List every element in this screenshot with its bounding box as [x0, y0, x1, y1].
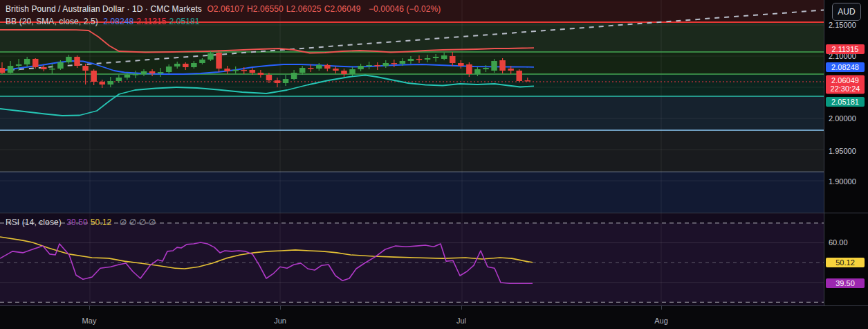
- month-label-jun: Jun: [274, 317, 286, 325]
- symbol-title: British Pound / Australian Dollar · 1D ·…: [6, 4, 202, 14]
- ohlc-o: O2.06107: [207, 4, 244, 14]
- price-scale[interactable]: AUD 2.150002.100002.000001.950001.900002…: [824, 0, 868, 305]
- axis-tick: [280, 306, 281, 310]
- countdown-timer: 22:30:24: [829, 85, 861, 94]
- bb-label: BB (20, SMA, close, 2.5): [6, 17, 98, 26]
- axis-divider: [0, 305, 868, 306]
- rsi-value-0: 39.50: [66, 217, 88, 227]
- bb-value-2: 2.05181: [169, 17, 200, 26]
- rsi-label: RSI (14, close): [6, 217, 62, 227]
- ohlc-l: L2.06025: [286, 4, 322, 14]
- bb-values: 2.082482.113152.05181: [103, 17, 202, 26]
- axis-tick: [89, 306, 90, 310]
- ohlc-c: C2.06049: [324, 4, 361, 14]
- price-badge: 2.08248: [826, 62, 865, 72]
- month-label-may: May: [82, 317, 97, 325]
- bb-indicator-legend[interactable]: BB (20, SMA, close, 2.5) 2.082482.113152…: [6, 17, 205, 26]
- candle: [33, 58, 39, 69]
- price-axis-label: 1.95000: [829, 147, 856, 155]
- price-pane-canvas[interactable]: [0, 0, 824, 213]
- rsi-axis-label: 60.00: [829, 238, 848, 247]
- currency-toggle-button[interactable]: AUD: [832, 3, 861, 21]
- zone-2: [0, 52, 824, 74]
- candle: [516, 69, 522, 82]
- price-badge: 2.11315: [826, 44, 865, 54]
- bb-value-0: 2.08248: [103, 17, 133, 26]
- rsi-value-1: 50.12: [91, 217, 112, 227]
- price-badge: 2.05181: [826, 97, 865, 107]
- scale-divider: [824, 0, 824, 305]
- month-label-aug: Aug: [654, 317, 668, 325]
- axis-tick: [461, 306, 462, 310]
- change-value: −0.00046 (−0.02%): [369, 4, 441, 14]
- time-axis[interactable]: MayJunJulAug: [0, 306, 868, 329]
- zone-4: [0, 96, 824, 130]
- zone-1: [0, 22, 824, 52]
- price-axis-label: 1.90000: [829, 177, 856, 186]
- pane-divider[interactable]: [0, 213, 868, 213]
- rsi-badge: 50.12: [826, 258, 865, 267]
- zone-6: [0, 172, 824, 213]
- price-axis-label: 2.15000: [829, 21, 856, 29]
- price-axis-label: 2.00000: [829, 114, 856, 123]
- rsi-indicator-legend[interactable]: RSI (14, close) 39.5050.12 ∅ ∅ ∅ ∅: [6, 217, 158, 227]
- ohlc-values: O2.06107H2.06550L2.06025C2.06049: [207, 4, 363, 14]
- chart-window: British Pound / Australian Dollar · 1D ·…: [0, 0, 868, 329]
- rsi-empty-values: ∅ ∅ ∅ ∅: [120, 217, 156, 227]
- month-label-jul: Jul: [456, 317, 466, 325]
- bb-value-1: 2.11315: [136, 17, 166, 26]
- symbol-legend[interactable]: British Pound / Australian Dollar · 1D ·…: [6, 4, 443, 14]
- axis-tick: [661, 306, 662, 310]
- ohlc-h: H2.06550: [247, 4, 284, 14]
- rsi-values: 39.5050.12: [66, 217, 114, 227]
- price-badge: 2.0604922:30:24: [826, 75, 865, 94]
- zone-5: [0, 130, 824, 172]
- rsi-badge: 39.50: [826, 278, 865, 288]
